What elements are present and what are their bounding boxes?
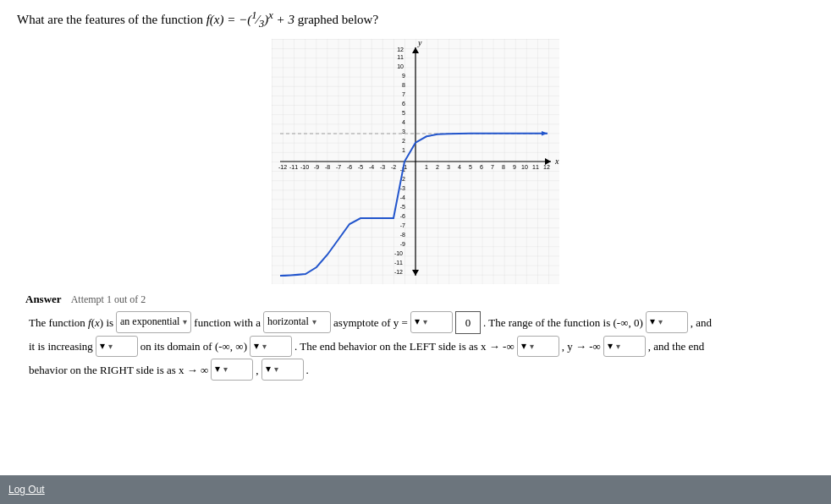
row2-y-neginf: , y → -∞ (562, 337, 601, 356)
svg-text:-7: -7 (400, 222, 405, 228)
row2-end: , and the end (648, 337, 704, 356)
dropdown-domain[interactable]: ▾ (250, 336, 292, 358)
svg-text:x: x (554, 156, 559, 166)
answer-row-2: it is increasing ▾ on its domain of (-∞,… (29, 336, 814, 358)
graph-area: x y 1 2 3 4 5 6 7 8 9 10 11 12 -1 -2 -3 … (272, 39, 559, 284)
row3-comma: , (256, 360, 258, 380)
svg-text:-6: -6 (347, 164, 352, 170)
dropdown-range[interactable]: ▾ (646, 311, 688, 333)
dropdown-left-x[interactable]: ▾ (517, 336, 559, 358)
answer-label: Answer Attempt 1 out of 2 (25, 293, 814, 306)
svg-text:y: y (417, 39, 422, 47)
svg-text:-3: -3 (380, 164, 385, 170)
svg-text:-10: -10 (394, 250, 403, 256)
question-title: What are the features of the function f(… (17, 8, 814, 32)
svg-text:-10: -10 (300, 164, 309, 170)
svg-text:9: 9 (402, 73, 405, 79)
svg-text:-12: -12 (278, 164, 287, 170)
svg-text:5: 5 (469, 164, 472, 170)
asymptote-value-input[interactable]: 0 (455, 311, 481, 334)
svg-text:11: 11 (532, 164, 539, 170)
dropdown-right-y[interactable]: ▾ (261, 359, 304, 381)
svg-text:9: 9 (513, 164, 516, 170)
svg-text:10: 10 (397, 63, 404, 69)
svg-text:8: 8 (402, 82, 405, 88)
answer-row-1: The function f(x) is an exponential func… (29, 311, 814, 334)
svg-text:-3: -3 (400, 185, 405, 191)
svg-text:-4: -4 (400, 194, 405, 200)
svg-text:10: 10 (521, 164, 528, 170)
svg-text:2: 2 (436, 164, 439, 170)
dropdown-exponential[interactable]: an exponential (116, 311, 191, 333)
svg-text:1: 1 (402, 147, 405, 153)
dropdown-horizontal[interactable]: horizontal (263, 311, 331, 333)
graph-container: x y 1 2 3 4 5 6 7 8 9 10 11 12 -1 -2 -3 … (17, 39, 814, 284)
svg-text:-4: -4 (369, 164, 374, 170)
question-text-after: graphed below? (298, 13, 378, 26)
dropdown-y-equals[interactable]: ▾ (410, 311, 453, 333)
svg-text:-6: -6 (400, 213, 405, 219)
row3-prefix: behavior on the RIGHT side is as x → ∞ (29, 360, 208, 380)
svg-text:-7: -7 (336, 164, 341, 170)
svg-text:2: 2 (402, 138, 405, 144)
row3-period: . (306, 360, 309, 380)
svg-text:12: 12 (543, 164, 550, 170)
dropdown-right-x[interactable]: ▾ (211, 359, 253, 381)
log-out-button[interactable]: Log Out (8, 484, 45, 496)
svg-text:4: 4 (402, 119, 405, 125)
svg-text:3: 3 (447, 164, 450, 170)
svg-text:-9: -9 (400, 241, 405, 247)
svg-text:11: 11 (397, 54, 404, 60)
answer-rows-wrap: The function f(x) is an exponential func… (29, 311, 814, 381)
svg-text:1: 1 (425, 164, 428, 170)
svg-text:5: 5 (402, 110, 405, 116)
svg-text:-8: -8 (325, 164, 330, 170)
dropdown-left-y[interactable]: ▾ (603, 336, 646, 358)
svg-text:7: 7 (402, 91, 405, 97)
question-formula: f(x) = −(1⁄3)x + 3 (206, 13, 298, 26)
attempt-label: Attempt 1 out of 2 (71, 293, 146, 305)
svg-text:-2: -2 (391, 164, 396, 170)
svg-text:-11: -11 (289, 164, 298, 170)
dropdown-increasing[interactable]: ▾ (96, 336, 138, 358)
answer-row-3: behavior on the RIGHT side is as x → ∞ ▾… (29, 359, 814, 381)
row1-middle: function with a (194, 313, 261, 332)
footer-bar: Log Out (0, 475, 831, 504)
row2-end-behavior: . The end behavior on the LEFT side is a… (294, 337, 515, 356)
row1-asymptote-text: asymptote of y = (333, 313, 408, 332)
row1-prefix: The function f(x) is (29, 313, 113, 332)
svg-text:-12: -12 (394, 269, 403, 275)
main-content: What are the features of the function f(… (0, 0, 831, 504)
graph-svg: x y 1 2 3 4 5 6 7 8 9 10 11 12 -1 -2 -3 … (272, 39, 559, 284)
svg-text:7: 7 (491, 164, 494, 170)
svg-text:8: 8 (502, 164, 505, 170)
svg-text:6: 6 (480, 164, 483, 170)
row2-domain: on its domain of (-∞, ∞) (140, 337, 247, 356)
svg-text:-11: -11 (394, 260, 403, 266)
answer-section: Answer Attempt 1 out of 2 The function f… (17, 293, 814, 381)
svg-text:-5: -5 (358, 164, 363, 170)
row2-prefix: it is increasing (29, 337, 93, 356)
svg-text:12: 12 (397, 47, 404, 52)
svg-text:-5: -5 (400, 204, 405, 210)
question-text-before: What are the features of the function (17, 13, 206, 26)
svg-text:6: 6 (402, 101, 405, 107)
svg-text:-9: -9 (314, 164, 319, 170)
svg-text:-8: -8 (400, 232, 405, 238)
row1-and: , and (691, 313, 712, 332)
row1-range-text: . The range of the function is (-∞, 0) (483, 313, 643, 332)
svg-text:4: 4 (458, 164, 461, 170)
